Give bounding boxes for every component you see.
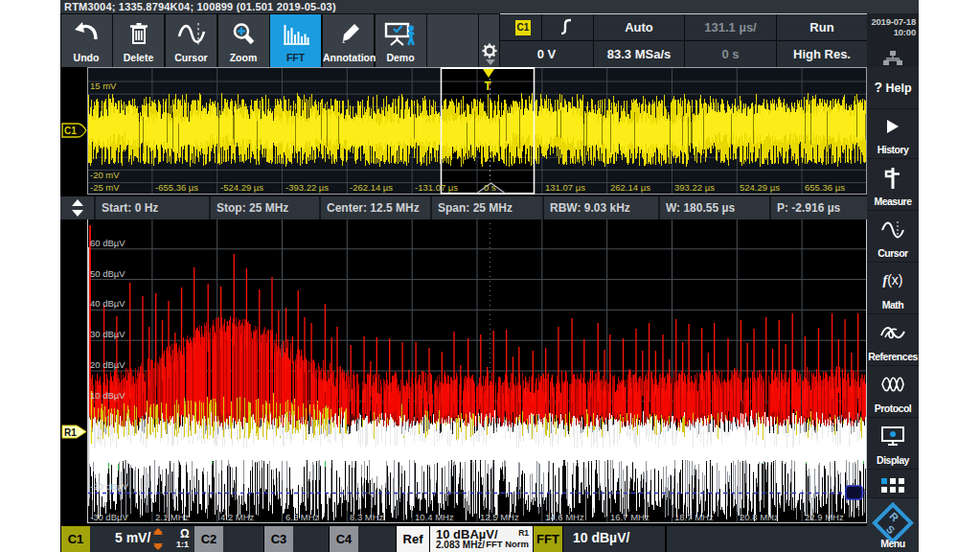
svg-text:6.2 MHz: 6.2 MHz: [285, 512, 320, 522]
svg-text:524.29 µs: 524.29 µs: [740, 182, 780, 193]
svg-text:R1: R1: [64, 427, 77, 438]
svg-text:50 dBµV: 50 dBµV: [90, 268, 125, 279]
svg-text:131.07 µs: 131.07 µs: [545, 182, 585, 193]
svg-text:-262.14 µs: -262.14 µs: [350, 182, 393, 193]
svg-text:-393.22 µs: -393.22 µs: [285, 182, 329, 193]
svg-text:262.14 µs: 262.14 µs: [610, 182, 650, 193]
svg-text:16.7 MHz: 16.7 MHz: [610, 512, 650, 522]
svg-text:-20 mV: -20 mV: [90, 170, 120, 180]
svg-text:T: T: [485, 80, 492, 93]
svg-text:-131.07 µs: -131.07 µs: [415, 182, 458, 193]
svg-text:8.3 MHz: 8.3 MHz: [350, 512, 384, 522]
svg-text:4.2 MHz: 4.2 MHz: [220, 512, 255, 522]
svg-text:393.22 µs: 393.22 µs: [674, 182, 715, 193]
svg-text:-655.36 µs: -655.36 µs: [155, 182, 198, 193]
svg-text:10 dBµV: 10 dBµV: [90, 390, 125, 401]
svg-text:60 dBµV: 60 dBµV: [90, 238, 125, 248]
svg-text:20.8 MHz: 20.8 MHz: [740, 512, 779, 522]
svg-text:22.9 MHz: 22.9 MHz: [805, 512, 844, 522]
svg-text:18.7 MHz: 18.7 MHz: [674, 512, 714, 522]
svg-text:-30 dBµV: -30 dBµV: [90, 512, 128, 522]
svg-text:12.5 MHz: 12.5 MHz: [480, 512, 519, 522]
svg-text:30 dBµV: 30 dBµV: [90, 329, 125, 339]
svg-text:655.36 µs: 655.36 µs: [805, 182, 845, 193]
svg-text:20 dBµV: 20 dBµV: [90, 359, 125, 370]
svg-text:-20 dBµV: -20 dBµV: [90, 481, 128, 492]
svg-text:40 dBµV: 40 dBµV: [90, 298, 125, 309]
svg-text:0 s: 0 s: [484, 182, 496, 193]
svg-text:10.4 MHz: 10.4 MHz: [415, 512, 454, 522]
svg-text:C1: C1: [64, 126, 77, 136]
svg-text:14.6 MHz: 14.6 MHz: [545, 512, 584, 522]
svg-text:15 mV: 15 mV: [90, 80, 117, 91]
svg-text:-524.29 µs: -524.29 µs: [220, 182, 263, 193]
svg-text:-25 mV: -25 mV: [90, 182, 120, 193]
svg-text:2.1 MHz: 2.1 MHz: [155, 512, 190, 522]
